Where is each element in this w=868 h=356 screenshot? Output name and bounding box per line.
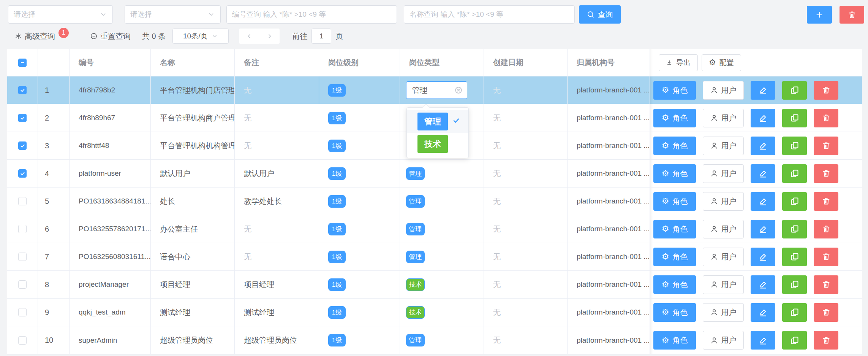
role-button[interactable]: ⚙角色: [653, 192, 696, 211]
user-button[interactable]: 用户: [703, 275, 744, 294]
role-button[interactable]: ⚙角色: [653, 220, 696, 238]
role-button[interactable]: ⚙角色: [653, 275, 696, 294]
filter-select-2[interactable]: 请选择: [125, 5, 221, 24]
user-button[interactable]: 用户: [703, 109, 744, 127]
edit-button[interactable]: [751, 81, 775, 100]
cell-type: 管理: [400, 76, 484, 104]
delete-row-button[interactable]: [814, 137, 838, 155]
name-search-input[interactable]: [409, 10, 569, 19]
user-button[interactable]: 用户: [703, 220, 744, 238]
user-button[interactable]: 用户: [703, 248, 744, 266]
copy-button[interactable]: [782, 220, 807, 238]
next-page-button[interactable]: [266, 33, 273, 40]
row-checkbox[interactable]: [18, 280, 27, 289]
table-row[interactable]: 10superAdmin超级管理员岗位超级管理员岗位1级管理无platform-…: [7, 326, 862, 354]
reset-query-button[interactable]: 重置查询: [90, 31, 131, 41]
goto-page-input[interactable]: [311, 29, 331, 44]
add-button[interactable]: [807, 6, 832, 24]
edit-button[interactable]: [751, 220, 775, 238]
delete-row-button[interactable]: [814, 220, 838, 238]
cell-code: superAdmin: [70, 326, 151, 354]
prev-page-button[interactable]: [246, 33, 253, 40]
cell-code: projectManager: [70, 271, 151, 298]
dropdown-option[interactable]: 技术: [407, 133, 468, 155]
delete-row-button[interactable]: [814, 303, 838, 322]
role-button[interactable]: ⚙角色: [653, 164, 696, 183]
row-checkbox[interactable]: [18, 336, 27, 345]
delete-row-button[interactable]: [814, 331, 838, 350]
cell-org: platform-branch-001 ...: [568, 188, 650, 215]
edit-button[interactable]: [751, 303, 775, 322]
header-type: 岗位类型: [400, 49, 484, 76]
copy-button[interactable]: [782, 192, 807, 211]
page-size-select[interactable]: 10条/页: [172, 29, 229, 44]
delete-row-button[interactable]: [814, 248, 838, 266]
cell-code: 4fr8httf48: [70, 132, 151, 159]
config-button[interactable]: ⚙ 配置: [702, 54, 741, 71]
batch-delete-button[interactable]: [840, 6, 864, 24]
table-row[interactable]: 5PO16318634884181...处长教学处处长1级管理无platform…: [7, 188, 862, 215]
copy-button[interactable]: [782, 164, 807, 183]
select-all-checkbox[interactable]: [18, 59, 27, 67]
table-row[interactable]: 4platform-user默认用户默认用户1级管理无platform-bran…: [7, 160, 862, 188]
dropdown-option-selected[interactable]: 管理: [407, 110, 468, 133]
table-row[interactable]: 6PO16325578620171...办公室主任无1级管理无platform-…: [7, 215, 862, 243]
table-row[interactable]: 9qqkj_test_adm测试经理测试经理1级技术无platform-bran…: [7, 299, 862, 326]
export-button[interactable]: 导出: [659, 54, 698, 71]
edit-button[interactable]: [751, 164, 775, 183]
role-button[interactable]: ⚙角色: [653, 137, 696, 155]
delete-row-button[interactable]: [814, 81, 838, 100]
copy-button[interactable]: [782, 303, 807, 322]
copy-button[interactable]: [782, 248, 807, 266]
row-checkbox[interactable]: [18, 169, 27, 178]
cell-created: 无: [484, 76, 568, 104]
row-checkbox[interactable]: [18, 114, 27, 122]
table-row[interactable]: 7PO16325608031611...语合中心无1级管理无platform-b…: [7, 243, 862, 271]
copy-button[interactable]: [782, 275, 807, 294]
table-row[interactable]: 14fr8h798b2平台管理机构门店管理岗无1级管理无platform-bra…: [7, 76, 862, 104]
pencil-icon: [759, 224, 768, 234]
copy-button[interactable]: [782, 109, 807, 127]
search-button[interactable]: 查询: [579, 5, 621, 24]
row-checkbox[interactable]: [18, 197, 27, 205]
edit-button[interactable]: [751, 248, 775, 266]
user-button[interactable]: 用户: [703, 192, 744, 211]
filter-select-1[interactable]: 请选择: [8, 5, 113, 24]
edit-button[interactable]: [751, 275, 775, 294]
check-icon: [452, 116, 460, 125]
row-checkbox[interactable]: [18, 86, 27, 94]
row-checkbox[interactable]: [18, 253, 27, 261]
role-button[interactable]: ⚙角色: [653, 109, 696, 127]
delete-row-button[interactable]: [814, 164, 838, 183]
advanced-query-button[interactable]: 高级查询 1: [14, 31, 69, 41]
user-button[interactable]: 用户: [703, 81, 744, 100]
edit-button[interactable]: [751, 192, 775, 211]
role-button[interactable]: ⚙角色: [653, 248, 696, 266]
copy-button[interactable]: [782, 331, 807, 350]
role-button[interactable]: ⚙角色: [653, 81, 696, 100]
edit-button[interactable]: [751, 137, 775, 155]
edit-button[interactable]: [751, 331, 775, 350]
type-select-open[interactable]: 管理: [406, 81, 467, 99]
role-button[interactable]: ⚙角色: [653, 331, 696, 350]
delete-row-button[interactable]: [814, 109, 838, 127]
row-checkbox[interactable]: [18, 225, 27, 233]
user-button[interactable]: 用户: [703, 164, 744, 183]
row-checkbox[interactable]: [18, 308, 27, 316]
trash-icon: [822, 169, 831, 178]
edit-button[interactable]: [751, 109, 775, 127]
row-checkbox[interactable]: [18, 141, 27, 150]
delete-row-button[interactable]: [814, 192, 838, 211]
code-search-input[interactable]: [232, 10, 391, 19]
clear-icon[interactable]: [454, 86, 463, 94]
pencil-icon: [759, 113, 768, 122]
copy-button[interactable]: [782, 81, 807, 100]
user-button[interactable]: 用户: [703, 137, 744, 155]
delete-row-button[interactable]: [814, 275, 838, 294]
table-row[interactable]: 8projectManager项目经理项目经理1级技术无platform-bra…: [7, 271, 862, 299]
copy-button[interactable]: [782, 137, 807, 155]
user-button[interactable]: 用户: [703, 303, 744, 322]
role-button[interactable]: ⚙角色: [653, 303, 696, 322]
user-button[interactable]: 用户: [703, 331, 744, 350]
cell-type: 管理: [400, 215, 484, 243]
